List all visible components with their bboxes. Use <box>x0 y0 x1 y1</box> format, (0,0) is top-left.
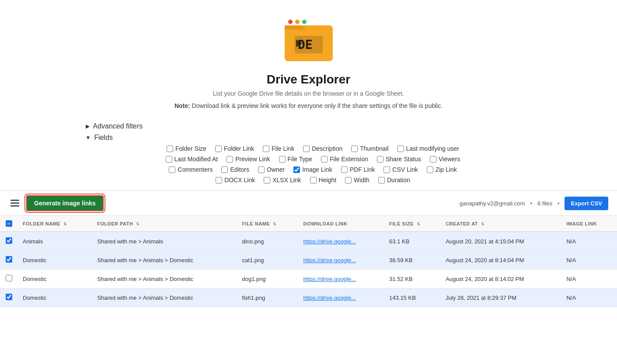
field-zip-link-checkbox[interactable] <box>427 166 433 173</box>
download-link-anchor[interactable]: https://drive.google... <box>303 276 356 282</box>
row-select-cell[interactable] <box>0 232 17 251</box>
file-table-container: − FOLDER NAME ⇅ FOLDER PATH ⇅ FILE NAME … <box>0 215 617 307</box>
fields-row-3: Commenters Editors Owner Image Link PDF … <box>94 166 532 173</box>
sort-file-name[interactable]: ⇅ <box>273 222 277 226</box>
field-duration-checkbox[interactable] <box>378 177 385 184</box>
col-created-at: CREATED AT ⇅ <box>440 216 561 232</box>
col-folder-name: FOLDER NAME ⇅ <box>17 216 92 232</box>
field-share-status-checkbox[interactable] <box>377 156 383 163</box>
row-created-at: August 24, 2020 at 8:14:02 PM <box>440 270 561 288</box>
field-last-modified-at[interactable]: Last Modified At <box>166 156 218 163</box>
field-editors[interactable]: Editors <box>221 166 249 173</box>
row-checkbox[interactable] <box>6 256 12 263</box>
select-all-checkbox[interactable]: − <box>6 220 12 227</box>
field-csv-link-label: CSV Link <box>392 166 418 173</box>
download-link-anchor[interactable]: https://drive.google... <box>303 257 356 263</box>
menu-button[interactable] <box>9 198 21 208</box>
field-file-extension-checkbox[interactable] <box>321 156 328 163</box>
col-folder-path-label: FOLDER PATH <box>97 221 133 226</box>
download-link-anchor[interactable]: https://drive.google... <box>303 238 356 245</box>
field-width[interactable]: Width <box>345 177 370 184</box>
field-docx-link-label: DOCX Link <box>224 177 255 184</box>
field-thumbnail-checkbox[interactable] <box>351 146 358 152</box>
table-header-row: − FOLDER NAME ⇅ FOLDER PATH ⇅ FILE NAME … <box>0 216 617 232</box>
field-file-link-checkbox[interactable] <box>263 146 269 152</box>
row-download-link[interactable]: https://drive.google... <box>298 270 384 288</box>
field-share-status[interactable]: Share Status <box>377 156 421 163</box>
field-pdf-link-checkbox[interactable] <box>341 166 348 173</box>
field-image-link-checkbox[interactable] <box>293 166 300 173</box>
row-select-cell[interactable] <box>0 270 17 288</box>
sort-file-size[interactable]: ⇅ <box>417 222 421 226</box>
file-count: 6 files <box>537 200 552 207</box>
field-description-checkbox[interactable] <box>303 146 310 152</box>
sort-created-at[interactable]: ⇅ <box>481 222 485 226</box>
advanced-filters-toggle[interactable]: ▶ Advanced filters <box>86 122 532 130</box>
app-icon: DE <box>282 13 335 66</box>
fields-row-4: DOCX Link XLSX Link Height Width Duratio… <box>94 177 532 184</box>
field-editors-checkbox[interactable] <box>221 166 228 173</box>
field-file-link[interactable]: File Link <box>263 145 294 152</box>
field-folder-link-checkbox[interactable] <box>215 146 222 152</box>
field-file-extension[interactable]: File Extension <box>321 156 368 163</box>
field-thumbnail[interactable]: Thumbnail <box>351 145 388 152</box>
field-pdf-link[interactable]: PDF Link <box>341 166 375 173</box>
row-checkbox[interactable] <box>6 237 12 244</box>
row-checkbox[interactable] <box>6 275 12 281</box>
field-xlsx-link[interactable]: XLSX Link <box>264 177 301 184</box>
field-image-link[interactable]: Image Link <box>293 166 332 173</box>
col-file-size: FILE SIZE ⇅ <box>384 216 440 232</box>
field-owner[interactable]: Owner <box>258 166 285 173</box>
col-folder-name-label: FOLDER NAME <box>23 221 60 226</box>
row-checkbox[interactable] <box>6 294 12 300</box>
field-height-checkbox[interactable] <box>310 177 317 184</box>
toolbar-right: ganapathy.v2@gmail.com • 6 files • Expor… <box>460 197 608 210</box>
field-last-modifying-user-checkbox[interactable] <box>397 146 404 152</box>
field-zip-link[interactable]: Zip Link <box>427 166 457 173</box>
row-select-cell[interactable] <box>0 251 17 270</box>
field-last-modifying-user[interactable]: Last modifying user <box>397 145 459 152</box>
field-viewers-checkbox[interactable] <box>430 156 436 163</box>
field-csv-link[interactable]: CSV Link <box>383 166 418 173</box>
field-xlsx-link-checkbox[interactable] <box>264 177 270 184</box>
field-xlsx-link-label: XLSX Link <box>272 177 301 184</box>
export-csv-button[interactable]: Export CSV <box>565 197 608 210</box>
field-folder-size[interactable]: Folder Size <box>167 145 206 152</box>
row-image-link: N/A <box>561 270 617 288</box>
field-file-type[interactable]: File Type <box>279 156 313 163</box>
app-subtitle: List your Google Drive file details on t… <box>213 90 404 97</box>
field-preview-link-checkbox[interactable] <box>227 156 233 163</box>
row-select-cell[interactable] <box>0 288 17 307</box>
row-download-link[interactable]: https://drive.google... <box>298 251 384 270</box>
select-all-header[interactable]: − <box>0 216 17 232</box>
field-folder-size-checkbox[interactable] <box>167 146 173 152</box>
download-link-anchor[interactable]: https://drive.google... <box>303 295 356 301</box>
note-bold: Note: <box>174 102 190 109</box>
field-description[interactable]: Description <box>303 145 342 152</box>
row-folder-path: Shared with me > Animals > Domestic <box>92 270 237 288</box>
row-download-link[interactable]: https://drive.google... <box>298 232 384 251</box>
field-duration[interactable]: Duration <box>378 177 410 184</box>
field-viewers[interactable]: Viewers <box>430 156 460 163</box>
generate-image-links-button[interactable]: Generate image links <box>26 195 104 211</box>
sort-folder-path[interactable]: ⇅ <box>136 222 140 226</box>
table-row: Domestic Shared with me > Animals > Dome… <box>0 270 617 288</box>
row-created-at: August 20, 2021 at 4:15:04 PM <box>440 232 561 251</box>
field-viewers-label: Viewers <box>439 156 460 163</box>
row-download-link[interactable]: https://drive.google... <box>298 288 384 307</box>
field-height[interactable]: Height <box>310 177 336 184</box>
field-owner-checkbox[interactable] <box>258 166 265 173</box>
fields-toggle[interactable]: ▼ Fields <box>86 134 532 142</box>
field-file-type-checkbox[interactable] <box>279 156 286 163</box>
field-last-modified-at-checkbox[interactable] <box>166 156 172 163</box>
field-docx-link[interactable]: DOCX Link <box>216 177 255 184</box>
field-commenters[interactable]: Commenters <box>169 166 213 173</box>
field-width-checkbox[interactable] <box>345 177 352 184</box>
field-docx-link-checkbox[interactable] <box>216 177 222 184</box>
field-preview-link[interactable]: Preview Link <box>227 156 270 163</box>
field-csv-link-checkbox[interactable] <box>383 166 390 173</box>
field-folder-link[interactable]: Folder Link <box>215 145 254 152</box>
sort-folder-name[interactable]: ⇅ <box>63 222 67 226</box>
field-pdf-link-label: PDF Link <box>350 166 375 173</box>
field-commenters-checkbox[interactable] <box>169 166 175 173</box>
